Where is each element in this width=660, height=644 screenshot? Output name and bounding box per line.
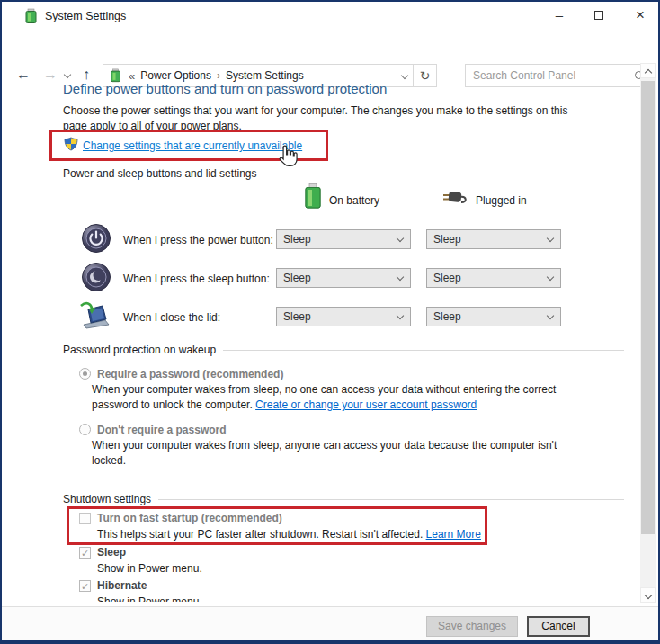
section-divider	[158, 499, 624, 500]
select-value: Sleep	[433, 310, 461, 323]
close-lid-icon	[77, 300, 111, 331]
section-divider	[263, 174, 624, 174]
back-button[interactable]: ←	[16, 67, 31, 83]
page-title: Define power buttons and turn on passwor…	[63, 81, 387, 96]
on-battery-icon	[305, 183, 321, 209]
power-button-on-battery-select[interactable]: Sleep	[276, 229, 411, 249]
fast-startup-desc: This helps start your PC faster after sh…	[97, 528, 481, 541]
address-dropdown-icon[interactable]	[401, 72, 408, 79]
sleep-button-plugged-in-select[interactable]: Sleep	[426, 268, 561, 288]
select-value: Sleep	[433, 233, 461, 246]
require-password-radio[interactable]	[79, 368, 91, 380]
sleep-button-icon	[81, 262, 111, 292]
require-password-desc-line1: When your computer wakes from sleep, no …	[92, 383, 556, 396]
chevron-up-icon	[644, 69, 651, 76]
desc-text: password to unlock the computer.	[92, 398, 255, 411]
plugged-in-icon	[442, 189, 469, 206]
minimize-button[interactable]: –	[540, 2, 579, 29]
navigation-bar: ← → ↑ « Power Options › System Settings …	[2, 31, 658, 63]
dont-require-password-desc-line1: When your computer wakes from sleep, any…	[92, 439, 557, 452]
section-password-protection: Password protection on wakeup	[63, 344, 624, 356]
close-lid-on-battery-select[interactable]: Sleep	[276, 307, 411, 326]
vertical-scrollbar[interactable]	[640, 63, 656, 603]
close-button[interactable]: ×	[620, 2, 660, 29]
section-password-protection-title: Password protection on wakeup	[63, 344, 216, 356]
sleep-button-row-label: When I press the sleep button:	[123, 273, 270, 285]
section-shutdown-settings-title: Shutdown settings	[63, 493, 151, 505]
title-bar: System Settings – ×	[2, 2, 658, 31]
chevron-down-icon	[397, 235, 404, 242]
chevron-down-icon	[547, 312, 554, 319]
breadcrumb-item-system-settings[interactable]: System Settings	[226, 69, 304, 82]
power-button-icon	[81, 223, 111, 254]
scrollbar-thumb[interactable]	[641, 81, 655, 534]
sleep-checkbox[interactable]: ✓	[79, 547, 91, 559]
close-lid-row-label: When I close the lid:	[123, 311, 220, 324]
fast-startup-checkbox[interactable]	[79, 513, 91, 524]
power-options-app-icon	[23, 8, 40, 24]
window-title: System Settings	[45, 10, 126, 22]
cancel-button[interactable]: Cancel	[527, 616, 590, 637]
desc-text: This helps start your PC faster after sh…	[97, 528, 426, 541]
chevron-down-icon	[547, 273, 554, 281]
mouse-cursor	[277, 144, 299, 169]
require-password-desc-line2: password to unlock the computer. Create …	[92, 398, 477, 411]
plugged-in-column-header: Plugged in	[476, 194, 527, 207]
history-dropdown-icon[interactable]	[64, 71, 71, 78]
forward-button[interactable]: →	[43, 67, 58, 83]
search-box[interactable]	[465, 64, 653, 87]
hibernate-checkbox-desc-clipped: Show in Power menu.	[97, 595, 277, 602]
chevron-down-icon	[644, 592, 651, 599]
learn-more-link[interactable]: Learn More	[426, 528, 481, 541]
intro-text-line1: Choose the power settings that you want …	[63, 104, 567, 117]
select-value: Sleep	[433, 272, 461, 284]
save-changes-button[interactable]: Save changes	[426, 616, 518, 637]
intro-text-line2: page apply to all of your power plans.	[63, 120, 242, 132]
select-value: Sleep	[283, 310, 311, 323]
scroll-up-button[interactable]	[640, 63, 656, 78]
dont-require-password-desc-line2: locked.	[92, 454, 126, 467]
hibernate-checkbox-label: Hibernate	[97, 579, 147, 592]
maximize-icon	[594, 11, 603, 20]
change-account-password-link[interactable]: Create or change your user account passw…	[255, 398, 477, 411]
chevron-down-icon	[397, 312, 404, 319]
power-button-row-label: When I press the power button:	[123, 234, 273, 246]
system-settings-window: System Settings – × ← → ↑ « Power Option…	[0, 0, 660, 644]
close-lid-plugged-in-select[interactable]: Sleep	[426, 307, 561, 326]
on-battery-column-header: On battery	[329, 194, 379, 207]
section-shutdown-settings: Shutdown settings	[63, 493, 624, 505]
select-value: Sleep	[283, 272, 311, 284]
sleep-button-on-battery-select[interactable]: Sleep	[276, 268, 411, 288]
breadcrumb-item-power-options[interactable]: Power Options	[140, 69, 211, 82]
sleep-checkbox-label: Sleep	[97, 546, 126, 559]
section-power-buttons-title: Power and sleep buttons and lid settings	[63, 167, 256, 180]
require-password-label: Require a password (recommended)	[97, 368, 283, 380]
dont-require-password-label: Don't require a password	[97, 424, 227, 436]
section-power-buttons: Power and sleep buttons and lid settings	[63, 167, 624, 180]
uac-shield-icon	[64, 137, 78, 151]
select-value: Sleep	[283, 233, 311, 246]
chevron-down-icon	[547, 235, 554, 242]
section-divider	[223, 350, 624, 351]
dont-require-password-radio[interactable]	[79, 424, 91, 435]
change-settings-unavailable-link[interactable]: Change settings that are currently unava…	[83, 139, 302, 152]
refresh-button[interactable]: ↻	[414, 64, 437, 87]
hibernate-checkbox[interactable]: ✓	[79, 580, 91, 592]
chevron-down-icon	[397, 273, 404, 281]
sleep-checkbox-desc: Show in Power menu.	[97, 562, 202, 575]
footer-bar: Save changes Cancel	[2, 606, 658, 642]
scroll-down-button[interactable]	[640, 587, 656, 603]
fast-startup-label: Turn on fast startup (recommended)	[97, 512, 282, 524]
maximize-button[interactable]	[579, 2, 619, 29]
power-button-plugged-in-select[interactable]: Sleep	[426, 229, 561, 249]
breadcrumb-separator-icon: ›	[217, 69, 220, 82]
search-input[interactable]	[473, 69, 634, 82]
